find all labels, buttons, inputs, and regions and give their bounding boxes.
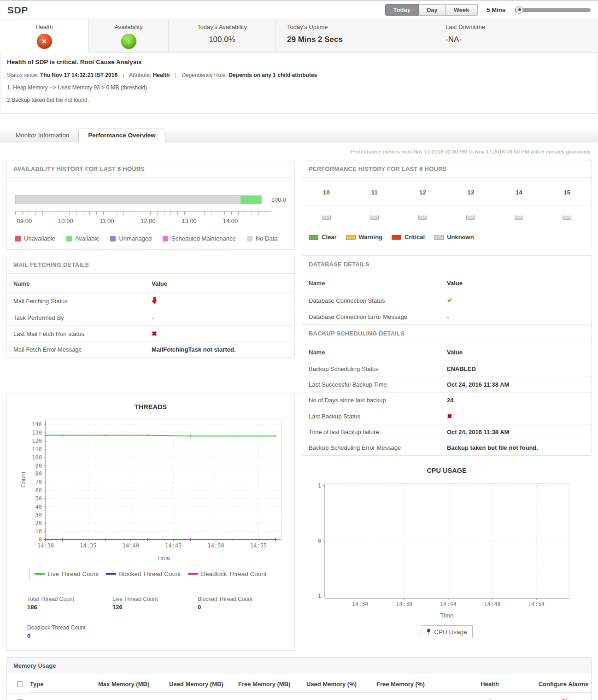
- svg-text:1: 1: [318, 482, 321, 489]
- health-cell: [444, 695, 536, 700]
- performance-hour-cell: [399, 215, 447, 220]
- performance-hour-label: 13: [447, 189, 495, 196]
- summary-last-downtime: Last Downtime -NA-: [437, 19, 598, 53]
- detail-name: Backup Scheduling Error Message: [309, 444, 447, 451]
- performance-hour-cell: [302, 215, 351, 220]
- legend-swatch: [346, 235, 356, 240]
- detail-value: Oct 24, 2016 11:38 AM: [447, 381, 585, 388]
- summary-health[interactable]: Health ✕: [0, 19, 88, 53]
- root-cause-list: 1. Heap Memory --> Used Memory 93 > 0 MB…: [7, 84, 591, 103]
- range-button-today[interactable]: Today: [385, 4, 419, 16]
- legend-label: Available: [75, 235, 100, 242]
- axis-tick-label: 09:00: [17, 218, 32, 224]
- status-failure-icon: ✖: [152, 330, 157, 337]
- thread-stat: Blocked Thread Count0: [198, 596, 290, 611]
- performance-status-box-15[interactable]: [563, 215, 571, 220]
- summary-availability[interactable]: Availability ↑: [88, 19, 168, 53]
- performance-hour-cells: [302, 206, 591, 234]
- legend-item-clear: Clear: [309, 234, 337, 241]
- legend-item-unknown: Unknown: [434, 234, 474, 241]
- free-pct-cell: 96: [375, 694, 444, 700]
- thread-stat-label: Live Thread Count: [112, 596, 198, 602]
- availability-history-panel: AVAILABILITY HISTORY FOR LAST 6 HOURS 10…: [6, 160, 295, 250]
- performance-status-box-10[interactable]: [322, 215, 331, 220]
- alert-status-line: Status since: Thu Nov 17 14:32:21 IST 20…: [7, 72, 591, 78]
- performance-status-box-13[interactable]: [466, 215, 475, 220]
- detail-row: Last Mail Fetch Run status✖: [7, 325, 294, 341]
- legend-swatch: [163, 236, 168, 241]
- threads-chart: 010203040506070809010011012013014014:301…: [12, 415, 288, 562]
- thread-stats: Total Thread Count186Live Thread Count12…: [12, 596, 290, 639]
- range-button-week[interactable]: Week: [446, 4, 478, 16]
- svg-text:14:34: 14:34: [352, 601, 368, 607]
- svg-text:14:50: 14:50: [208, 542, 224, 549]
- value-column-header: Value: [152, 280, 288, 287]
- detail-value: MailFetchingTask not started.: [152, 346, 288, 353]
- svg-text:30: 30: [35, 512, 42, 518]
- thread-stat: Total Thread Count186: [27, 596, 112, 611]
- bell-icon: [426, 628, 431, 635]
- cpu-usage-chart-title: CPU USAGE: [302, 467, 592, 474]
- legend-swatch: [392, 235, 401, 240]
- mail-fetching-panel: MAIL FETCHING DETAILS Name Value Mail Fe…: [6, 256, 295, 358]
- threads-legend: Live Thread CountBlocked Thread CountDea…: [29, 568, 272, 580]
- performance-hour-cell: [447, 215, 495, 220]
- free-memory-cell: 2,144.64: [236, 694, 305, 700]
- configure-alarm-icon[interactable]: [561, 698, 567, 700]
- tab-monitor-information[interactable]: Monitor Information: [6, 129, 78, 142]
- svg-text:130: 130: [32, 429, 42, 436]
- svg-text:10: 10: [35, 528, 42, 535]
- detail-name: Last Backup Status: [309, 413, 447, 420]
- detail-row: Database Connection Status✔: [302, 292, 591, 309]
- performance-status-box-12[interactable]: [418, 215, 427, 220]
- tab-performance-overview[interactable]: Performance Overview: [78, 129, 165, 142]
- axis-tick-label: 13:00: [182, 218, 197, 224]
- last-downtime-label: Last Downtime: [446, 24, 598, 30]
- legend-label: Warning: [359, 234, 383, 241]
- detail-name: Last Successful Backup Time: [309, 381, 447, 388]
- legend-label: CPU Usage: [434, 629, 467, 635]
- performance-status-box-11[interactable]: [370, 215, 379, 220]
- availability-history-title: AVAILABILITY HISTORY FOR LAST 6 HOURS: [7, 160, 294, 178]
- legend-item-cpu-usage: CPU Usage: [426, 628, 467, 635]
- svg-text:40: 40: [35, 504, 42, 510]
- performance-status-box-14[interactable]: [515, 215, 523, 220]
- legend-label: Live Thread Count: [47, 571, 99, 577]
- svg-text:90: 90: [35, 463, 42, 469]
- legend-label: Unknown: [447, 234, 474, 241]
- memory-usage-title: Memory Usage: [7, 658, 591, 674]
- row-select-cell: [7, 694, 28, 700]
- detail-value: 24: [447, 397, 585, 404]
- detail-name: Mail Fetching Status: [13, 298, 152, 305]
- tab-strip: Monitor InformationPerformance Overview: [0, 128, 598, 142]
- slider-knob[interactable]: [516, 6, 523, 14]
- cpu-usage-legend: CPU Usage: [421, 625, 472, 638]
- thread-stat: Live Thread Count126: [112, 596, 198, 611]
- column-header-free-memory-mb-: Free Memory (MB): [236, 675, 305, 693]
- svg-text:20: 20: [35, 520, 42, 526]
- select-all-checkbox[interactable]: [17, 681, 23, 687]
- range-button-day[interactable]: Day: [419, 4, 446, 16]
- detail-value: [152, 297, 288, 306]
- performance-hour-label: 14: [495, 189, 543, 196]
- mail-fetching-table: Mail Fetching StatusTask Performed By-La…: [7, 292, 294, 357]
- granularity-slider[interactable]: [515, 8, 591, 12]
- legend-item-unmanaged: Unmanaged: [110, 235, 152, 242]
- legend-item-deadlock-thread-count: Deadlock Thread Count: [188, 571, 266, 577]
- database-details-panel: DATABASE DETAILS Name Value Database Con…: [302, 255, 592, 325]
- select-all-cell: [7, 674, 28, 694]
- detail-value: ENABLED: [447, 365, 585, 372]
- performance-legend: ClearWarningCriticalUnknown: [302, 234, 591, 249]
- column-header-health: Health: [444, 675, 536, 693]
- legend-label: Blocked Thread Count: [119, 571, 181, 577]
- legend-swatch: [66, 236, 72, 241]
- last-downtime-value: -NA-: [446, 35, 598, 44]
- performance-history-title: PERFORMANCE HISTORY FOR LAST 6 HOURS: [302, 160, 591, 178]
- todays-availability-label: Today's Availability: [169, 24, 276, 30]
- status-failure-icon: ✖: [447, 412, 452, 420]
- attribute-label: Attribute:: [129, 72, 151, 78]
- availability-segment-available: [240, 196, 261, 204]
- metrics-note: Performance metrics from Nov 17,2016 02:…: [7, 149, 591, 154]
- todays-uptime-label: Today's Uptime: [287, 24, 437, 30]
- detail-row: Backup Scheduling Error MessageBackup ta…: [302, 440, 591, 455]
